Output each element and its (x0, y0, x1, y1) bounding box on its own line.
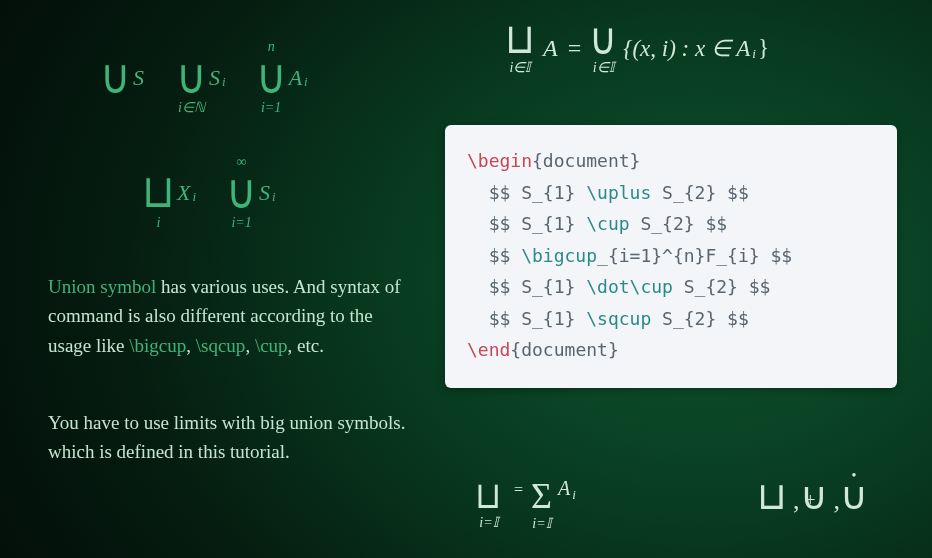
bigsqcup-icon: ⊔ (475, 477, 502, 514)
formula-row-2: ⊔ i Xi ∞ ∪ i=1 Si (142, 155, 302, 231)
formula-bigcup-s: ∪ S (100, 40, 146, 116)
page-root: ∪ S ∪ i∈ℕ Si n ∪ i=1 Ai ⊔ i X (0, 0, 932, 558)
lead-phrase: Union symbol (48, 276, 156, 297)
bigsqcup-icon: ⊔ (505, 18, 535, 60)
sqcup-icon: ⊔ (757, 475, 793, 517)
code-line-1: \begin{document} (467, 145, 875, 177)
sigma-icon: Σ (531, 478, 552, 514)
formula-sum-equivalence: ⊔ i=𝕀 = Σ i=𝕀 Ai (475, 477, 576, 532)
symbol-variants: ⊔,∪+,∪• (757, 474, 874, 518)
formula-bigcup-ai: n ∪ i=1 Ai (256, 40, 308, 116)
cmd-sqcup: \sqcup (196, 335, 246, 356)
uplus-icon: ∪+ (800, 474, 834, 518)
cmd-cup: \cup (255, 335, 288, 356)
code-line-6: $$ S_{1} \sqcup S_{2} $$ (467, 303, 875, 335)
formula-bigcup-si: ∪ i∈ℕ Si (176, 40, 226, 116)
bigcup-icon: ∪ (256, 53, 287, 101)
bigcup-icon: ∪ (100, 53, 131, 101)
cmd-bigcup: \bigcup (129, 335, 186, 356)
code-line-2: $$ S_{1} \uplus S_{2} $$ (467, 177, 875, 209)
paragraph-2: You have to use limits with big union sy… (48, 408, 418, 467)
code-line-3: $$ S_{1} \cup S_{2} $$ (467, 208, 875, 240)
code-line-7: \end{document} (467, 334, 875, 366)
formula-bigcup-inf: ∞ ∪ i=1 Si (226, 155, 276, 231)
code-line-5: $$ S_{1} \dot\cup S_{2} $$ (467, 271, 875, 303)
bigcup-icon: ∪ (226, 168, 257, 216)
formula-disjoint-union: ⊔ i∈𝕀 A= ∪ i∈𝕀 {(x, i) : x ∈ Ai} (505, 20, 771, 76)
paragraph-1: Union symbol has various uses. And synta… (48, 272, 408, 360)
bigsqcup-icon: ⊔ (142, 169, 175, 215)
code-line-4: $$ \bigcup_{i=1}^{n}F_{i} $$ (467, 240, 875, 272)
formula-bigsqcup-xi: ⊔ i Xi (142, 155, 196, 231)
bigcup-icon: ∪ (176, 53, 207, 101)
latex-code-block: \begin{document} $$ S_{1} \uplus S_{2} $… (445, 125, 897, 388)
formula-row-1: ∪ S ∪ i∈ℕ Si n ∪ i=1 Ai (100, 40, 334, 116)
dotcup-icon: ∪• (840, 474, 874, 518)
bigcup-icon: ∪ (589, 17, 617, 61)
